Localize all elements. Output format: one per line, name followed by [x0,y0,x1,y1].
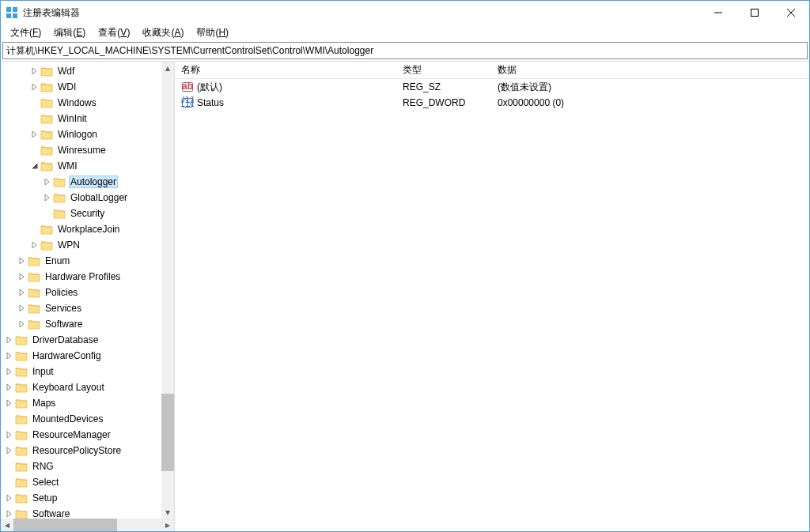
tree-node[interactable]: GlobalLogger [4,190,161,206]
chevron-right-icon[interactable] [4,492,15,504]
folder-icon [40,66,53,77]
menu-file[interactable]: 文件(F) [4,25,47,41]
tree-node[interactable]: WinInit [4,111,161,126]
tree-node[interactable]: RNG [4,458,161,474]
chevron-right-icon[interactable] [29,240,40,251]
scroll-track[interactable] [161,74,174,506]
expand-placeholder [4,461,15,472]
scroll-up-icon[interactable]: ▴ [161,62,174,74]
tree-horizontal-scrollbar[interactable]: ◂ ▸ [1,519,174,531]
registry-editor-window: 注册表编辑器 文件(F) 编辑(E) 查看(V) 收藏夹(A) 帮助(H) 计算… [0,0,810,532]
tree-node-label: Setup [31,492,59,504]
folder-icon [15,492,28,504]
tree-node[interactable]: Maps [4,395,161,411]
tree-node[interactable]: Software [4,316,161,332]
expand-placeholder [4,413,15,424]
menu-favorites[interactable]: 收藏夹(A) [136,25,190,41]
chevron-right-icon[interactable] [42,192,53,203]
tree-node[interactable]: WDI [4,79,161,95]
menu-edit[interactable]: 编辑(E) [47,25,92,41]
chevron-right-icon[interactable] [4,508,15,519]
app-icon [6,6,18,19]
value-row[interactable]: 011110StatusREG_DWORD0x00000000 (0) [175,95,809,111]
tree-node[interactable]: ResourcePolicyStore [4,443,161,458]
svg-rect-5 [751,9,759,17]
column-type[interactable]: 类型 [396,63,491,77]
scroll-left-icon[interactable]: ◂ [1,519,13,531]
chevron-down-icon[interactable] [29,160,40,172]
tree-node[interactable]: Windows [4,95,161,111]
chevron-right-icon[interactable] [4,398,15,409]
tree-node[interactable]: HardwareConfig [4,348,161,364]
folder-icon [28,271,40,282]
minimize-button[interactable] [700,1,736,25]
chevron-right-icon[interactable] [4,366,15,377]
tree-node[interactable]: Autologger [4,174,161,190]
value-row[interactable]: ab(默认)REG_SZ(数值未设置) [175,79,809,95]
address-text: 计算机\HKEY_LOCAL_MACHINE\SYSTEM\CurrentCon… [6,44,373,58]
chevron-right-icon[interactable] [42,176,53,187]
tree-node[interactable]: WorkplaceJoin [4,221,161,237]
tree-view[interactable]: WdfWDIWindowsWinInitWinlogonWinresumeWMI… [1,62,161,519]
chevron-right-icon[interactable] [29,66,40,77]
folder-icon [15,477,28,488]
folder-icon [28,303,40,314]
expand-placeholder [4,477,15,488]
tree-node[interactable]: Input [4,364,161,379]
tree-node-label: ResourceManager [31,428,112,441]
tree-node-label: Policies [44,286,79,299]
menu-help[interactable]: 帮助(H) [190,25,235,41]
column-name[interactable]: 名称 [175,63,396,77]
tree-node[interactable]: Software [4,506,161,519]
folder-icon [40,81,53,92]
window-controls [700,1,809,25]
tree-node[interactable]: ResourceManager [4,427,161,443]
chevron-right-icon[interactable] [4,334,15,345]
tree-node[interactable]: Winlogon [4,126,161,142]
value-list[interactable]: ab(默认)REG_SZ(数值未设置)011110StatusREG_DWORD… [175,79,809,531]
tree-node[interactable]: WPN [4,237,161,253]
chevron-right-icon[interactable] [17,287,28,298]
chevron-right-icon[interactable] [4,382,15,393]
column-data[interactable]: 数据 [491,63,809,77]
svg-text:ab: ab [182,81,193,92]
chevron-right-icon[interactable] [17,303,28,314]
titlebar[interactable]: 注册表编辑器 [1,1,809,25]
chevron-right-icon[interactable] [4,350,15,361]
maximize-button[interactable] [736,1,773,25]
scroll-thumb[interactable] [13,519,117,531]
expand-placeholder [29,145,40,156]
tree-node[interactable]: Wdf [4,63,161,79]
address-bar[interactable]: 计算机\HKEY_LOCAL_MACHINE\SYSTEM\CurrentCon… [2,42,808,59]
folder-icon [15,461,28,472]
tree-node[interactable]: Hardware Profiles [4,269,161,285]
scroll-thumb[interactable] [161,394,174,471]
tree-node[interactable]: Enum [4,253,161,269]
chevron-right-icon[interactable] [29,129,40,140]
tree-node[interactable]: Setup [4,490,161,506]
tree-node[interactable]: Winresume [4,142,161,158]
chevron-right-icon[interactable] [29,81,40,92]
column-headers: 名称 类型 数据 [175,62,809,79]
scroll-down-icon[interactable]: ▾ [161,506,174,519]
chevron-right-icon[interactable] [17,319,28,330]
chevron-right-icon[interactable] [4,445,15,456]
chevron-right-icon[interactable] [4,429,15,440]
chevron-right-icon[interactable] [17,271,28,282]
tree-node[interactable]: Select [4,474,161,490]
tree-node[interactable]: DriverDatabase [4,332,161,348]
menu-view[interactable]: 查看(V) [92,25,136,41]
tree-node-label: GlobalLogger [69,191,129,204]
tree-node[interactable]: Policies [4,285,161,300]
tree-node[interactable]: WMI [4,158,161,174]
chevron-right-icon[interactable] [17,255,28,266]
tree-node[interactable]: Security [4,206,161,221]
scroll-right-icon[interactable]: ▸ [161,519,174,531]
scroll-track[interactable] [13,519,161,531]
tree-node[interactable]: Services [4,300,161,316]
tree-node[interactable]: Keyboard Layout [4,379,161,395]
tree-node[interactable]: MountedDevices [4,411,161,427]
tree-vertical-scrollbar[interactable]: ▴ ▾ [161,62,174,519]
close-button[interactable] [773,1,809,25]
folder-icon [28,255,40,266]
